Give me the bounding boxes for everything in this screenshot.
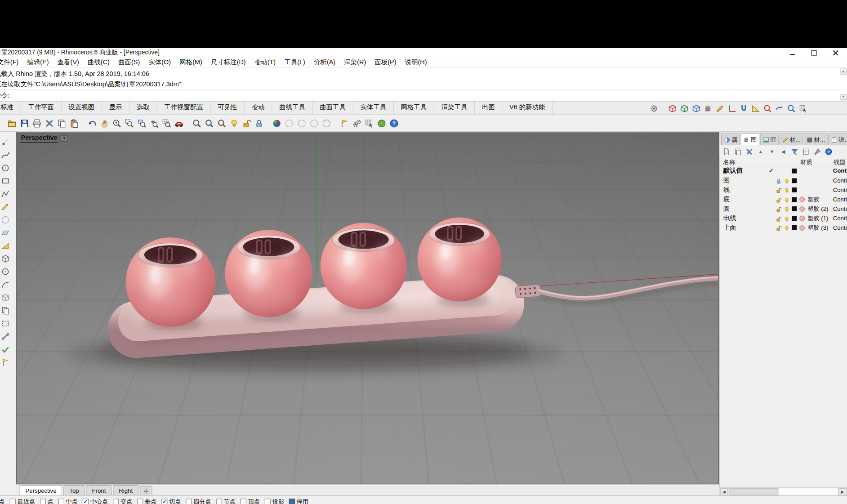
zoom-in-icon[interactable]	[111, 118, 122, 129]
zoom-target-icon[interactable]	[191, 118, 202, 129]
osnap-tangent[interactable]: 切点	[161, 498, 181, 504]
scroll-left-icon[interactable]: ◀	[720, 488, 728, 495]
layer-name[interactable]: 上面	[723, 223, 736, 232]
zoom-extents-icon[interactable]	[161, 118, 172, 129]
bulb-icon[interactable]	[784, 196, 789, 202]
checkbox[interactable]	[10, 499, 16, 504]
viewport-tab-front[interactable]: Front	[86, 485, 111, 495]
material-dot-icon[interactable]	[799, 196, 805, 202]
delete-icon[interactable]	[44, 118, 54, 129]
tab-mesh-tools[interactable]: 网格工具	[394, 100, 434, 114]
checkbox[interactable]	[83, 499, 89, 504]
curve-tool-icon[interactable]	[0, 150, 10, 159]
layer-row-dianxian[interactable]: 电线 塑胶 (1) Continuous	[719, 214, 847, 223]
viewport-tab-top[interactable]: Top	[63, 485, 85, 495]
osnap-knot[interactable]: 节点	[216, 498, 236, 504]
unlock-icon[interactable]	[776, 215, 781, 221]
layer-states-icon[interactable]	[703, 103, 713, 113]
tab-display[interactable]: 显示	[102, 100, 129, 114]
layer-material[interactable]: 塑胶 (2)	[807, 204, 828, 213]
layer-color-swatch[interactable]	[792, 216, 797, 221]
osnap-point[interactable]: 点	[40, 498, 53, 504]
magnet-snap-icon[interactable]	[738, 103, 749, 113]
viewport-title-label[interactable]: Perspective	[20, 134, 58, 143]
flag-icon[interactable]	[339, 118, 349, 129]
polyline-tool-icon[interactable]	[0, 189, 10, 198]
tab-new-in-v6[interactable]: V6 的新功能	[502, 100, 553, 114]
panel-tab-rendering[interactable]: 渲	[760, 134, 779, 145]
bulb-icon[interactable]	[784, 206, 789, 212]
layer-row-shangmian[interactable]: 上面 塑胶 (3) Continuous	[719, 223, 847, 232]
cplane-axes-icon[interactable]	[727, 103, 737, 113]
annotate-pencil-icon[interactable]	[715, 103, 725, 113]
checkbox[interactable]	[265, 499, 271, 504]
layer-linetype[interactable]: Continuous	[833, 166, 847, 175]
menu-solid[interactable]: 实体(O)	[144, 58, 175, 67]
tab-render-tools[interactable]: 渲染工具	[434, 100, 475, 114]
zoom-lens-blue-icon[interactable]	[786, 103, 796, 113]
wedge-tool-icon[interactable]	[0, 241, 10, 250]
copy-objects-icon[interactable]	[0, 306, 10, 315]
unlock-icon[interactable]	[776, 206, 781, 212]
menu-curve[interactable]: 曲线(C)	[83, 58, 114, 67]
checkbox[interactable]	[241, 499, 246, 504]
bulb-icon[interactable]	[784, 187, 789, 193]
checkbox[interactable]	[289, 499, 295, 504]
checkbox[interactable]	[216, 499, 222, 504]
layer-name[interactable]: 线	[723, 185, 730, 194]
open-file-icon[interactable]	[6, 118, 17, 129]
orbit-arrow-icon[interactable]	[774, 103, 785, 113]
viewport-title[interactable]: Perspective ▼	[20, 134, 68, 143]
minimize-icon[interactable]	[790, 50, 795, 55]
ghosted-cube-icon[interactable]	[691, 103, 701, 113]
tab-set-view[interactable]: 设置视图	[62, 100, 102, 114]
layer-linetype[interactable]: Continuous	[833, 223, 847, 232]
zoom-selected-icon[interactable]	[136, 118, 147, 129]
render-car-icon[interactable]	[174, 118, 184, 129]
layer-row-tu[interactable]: 图 Continuous	[719, 176, 847, 185]
lamp-icon[interactable]	[228, 118, 239, 129]
print-icon[interactable]	[31, 118, 42, 129]
tab-visibility[interactable]: 可见性	[211, 100, 245, 114]
menu-mesh[interactable]: 网格(M)	[175, 58, 207, 67]
layer-color-swatch[interactable]	[792, 225, 797, 230]
panel-horizontal-scrollbar[interactable]: ◀ ▶	[719, 487, 847, 495]
new-sublayer-icon[interactable]	[734, 147, 742, 156]
layer-material[interactable]: 塑胶 (1)	[807, 214, 828, 223]
options-gears-icon[interactable]	[351, 118, 362, 129]
unlock-icon[interactable]	[776, 187, 781, 193]
surface-tool-icon[interactable]	[0, 228, 10, 237]
xray-sphere-icon[interactable]	[321, 118, 332, 129]
tab-curve-tools[interactable]: 曲线工具	[272, 100, 313, 114]
scroll-down-icon[interactable]: ▼	[840, 94, 846, 100]
panel-tab-materials[interactable]: 材...	[780, 134, 803, 145]
move-up-icon[interactable]: ▲	[756, 147, 765, 156]
move-left-icon[interactable]: ◀	[779, 147, 788, 156]
layer-name[interactable]: 图	[723, 176, 730, 185]
checkbox[interactable]	[58, 499, 64, 504]
point-tool-icon[interactable]	[0, 137, 10, 146]
help-icon[interactable]	[388, 118, 399, 129]
osnap-project[interactable]: 投影	[265, 498, 284, 504]
close-icon[interactable]	[833, 50, 838, 55]
osnap-quadrant[interactable]: 四分点	[186, 498, 211, 504]
osnap-intersection[interactable]: 交点	[113, 498, 132, 504]
layer-linetype[interactable]: Continuous	[833, 176, 847, 185]
layer-material[interactable]: 塑胶 (3)	[807, 223, 828, 232]
chamfer-tool-icon[interactable]	[0, 357, 10, 366]
rectangle-tool-icon[interactable]	[0, 176, 10, 185]
tab-standard[interactable]: 标准	[0, 100, 21, 114]
viewport-title-dropdown-icon[interactable]: ▼	[60, 135, 68, 141]
tab-cplanes[interactable]: 工作平面	[21, 100, 62, 114]
tab-transform[interactable]: 变动	[245, 100, 272, 114]
box-tool-icon[interactable]	[0, 254, 10, 263]
layer-color-swatch[interactable]	[792, 169, 797, 174]
layer-row-di[interactable]: 底 塑胶 Continuous	[719, 195, 847, 204]
checkbox[interactable]	[161, 499, 167, 504]
layer-linetype[interactable]: Continuous	[833, 214, 847, 223]
sketch-tool-icon[interactable]	[0, 202, 10, 211]
layer-linetype[interactable]: Continuous	[833, 195, 847, 204]
osnap-disable[interactable]: 停用	[289, 498, 308, 504]
layer-linetype[interactable]: Continuous	[833, 185, 847, 194]
arc-tool-icon[interactable]	[0, 280, 10, 289]
